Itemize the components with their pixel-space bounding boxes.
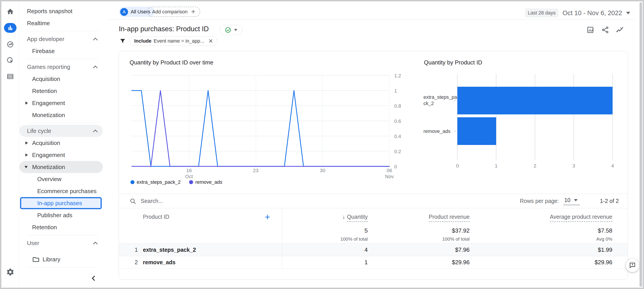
- gear-icon[interactable]: [5, 267, 15, 277]
- close-icon[interactable]: ✕: [208, 38, 213, 44]
- column-header-quantity[interactable]: ↓Quantity: [282, 214, 373, 220]
- report-status-button[interactable]: [220, 25, 242, 35]
- sidebar-item-engagement[interactable]: Engagement: [20, 97, 103, 109]
- table-rows-icon[interactable]: [4, 72, 16, 82]
- customize-report-icon[interactable]: [586, 26, 595, 34]
- sidebar-item-library[interactable]: Library: [20, 253, 103, 265]
- cell-rank: 1: [130, 247, 143, 253]
- date-range-selector[interactable]: Last 28 days Oct 10 - Nov 6, 2022: [525, 8, 630, 18]
- sidebar-item-in-app-purchases[interactable]: In-app purchases: [20, 197, 102, 209]
- check-circle-icon: [225, 27, 231, 33]
- y-axis-label: 0.2: [394, 149, 401, 154]
- x-axis-label: 0: [456, 163, 459, 168]
- feedback-icon: [629, 262, 636, 269]
- reports-icon[interactable]: [4, 23, 16, 33]
- sidebar-item-label: Publisher ads: [37, 212, 72, 219]
- nav-divider: [27, 235, 98, 235]
- nav-section-app-developer[interactable]: App developer: [20, 33, 103, 45]
- nav-section-user[interactable]: User: [20, 237, 103, 249]
- sidebar-item-label: Firebase: [32, 48, 55, 55]
- sidebar-item-reports-snapshot[interactable]: Reports snapshot: [20, 5, 103, 17]
- nav-section-label: Games reporting: [27, 64, 70, 70]
- table-totals-row: 5 100% of total $37.92 100% of total $7.…: [119, 226, 628, 243]
- filter-icon: [119, 38, 126, 44]
- table-body: 1extra_steps_pack_24$7.96$1.992remove_ad…: [119, 243, 628, 269]
- sidebar-item-retention[interactable]: Retention: [20, 221, 103, 233]
- column-header-average-product-revenue[interactable]: Average product revenue: [475, 214, 618, 220]
- collapse-sidebar-button[interactable]: [89, 274, 98, 283]
- category-label: ck_2: [424, 100, 434, 106]
- sidebar-item-acquisition[interactable]: Acquisition: [20, 137, 103, 149]
- add-column-icon[interactable]: +: [265, 212, 270, 222]
- chevron-down-icon: [574, 199, 578, 201]
- y-axis-label: 0.8: [394, 103, 401, 109]
- plus-icon: +: [191, 8, 195, 15]
- sidebar-item-label: Realtime: [27, 20, 50, 27]
- share-icon[interactable]: [601, 26, 610, 34]
- y-axis-label: 0.4: [394, 134, 401, 139]
- category-label: extra_steps_pa: [424, 94, 457, 100]
- table-row: 1extra_steps_pack_24$7.96$1.99: [119, 243, 628, 256]
- insights-icon[interactable]: [616, 26, 624, 34]
- totals-average-product-revenue-note: Avg 0%: [475, 236, 612, 242]
- sidebar-item-label: Acquisition: [32, 140, 60, 146]
- cell-rank: 2: [130, 259, 143, 266]
- sidebar-item-realtime[interactable]: Realtime: [20, 17, 103, 29]
- legend-dot-icon: [130, 180, 134, 184]
- vertical-scrollbar[interactable]: [640, 2, 642, 287]
- report-card: Quantity by Product ID over time 00.20.4…: [119, 51, 628, 280]
- filter-chip[interactable]: Include Event name = in_app... ✕: [129, 36, 218, 46]
- add-comparison-chip[interactable]: Add comparison +: [147, 7, 200, 17]
- nav-section-label: Life cycle: [27, 128, 51, 134]
- cell-average-product-revenue: $1.99: [475, 246, 618, 253]
- sidebar-item-overview[interactable]: Overview: [20, 173, 103, 185]
- chevron-up-icon: [93, 38, 98, 42]
- category-label: remove_ads: [424, 128, 450, 134]
- table-header-row: Product ID + ↓Quantity Product revenue A…: [119, 208, 628, 226]
- nav-section-life-cycle[interactable]: Life cycle: [20, 125, 103, 137]
- sidebar-item-publisher-ads[interactable]: Publisher ads: [20, 209, 103, 221]
- date-range-text: Oct 10 - Nov 6, 2022: [562, 9, 622, 17]
- cell-quantity: 4: [282, 246, 373, 253]
- sidebar-item-label: Retention: [32, 88, 57, 94]
- totals-average-product-revenue: $7.58: [475, 227, 612, 234]
- chevron-down-icon: [626, 12, 630, 14]
- expanded-arrow-icon: [24, 166, 28, 168]
- x-axis-sublabel: Oct: [185, 174, 193, 178]
- sidebar-item-acquisition[interactable]: Acquisition: [20, 73, 103, 85]
- explore-icon[interactable]: [4, 40, 16, 49]
- x-axis-label: 23: [253, 168, 258, 173]
- line-series-remove_ads: [132, 90, 389, 166]
- sidebar-item-retention[interactable]: Retention: [20, 85, 103, 97]
- column-header-product-id[interactable]: Product ID: [143, 214, 169, 220]
- x-axis-label: 06: [387, 168, 392, 173]
- sidebar-item-engagement[interactable]: Engagement: [20, 149, 103, 161]
- feedback-button[interactable]: [626, 259, 639, 272]
- nav-section-games-reporting[interactable]: Games reporting: [20, 61, 103, 73]
- advertising-icon[interactable]: [4, 56, 16, 65]
- x-axis-label: 2: [534, 163, 536, 168]
- search-input[interactable]: [140, 198, 297, 204]
- sidebar-item-monetization[interactable]: Monetization: [20, 161, 103, 173]
- legend-label: extra_steps_pack_2: [137, 179, 180, 185]
- sidebar-item-label: Ecommerce purchases: [37, 188, 96, 195]
- line-chart-title: Quantity by Product ID over time: [130, 59, 214, 66]
- sidebar-item-firebase[interactable]: Firebase: [20, 45, 103, 57]
- totals-product-revenue-note: 100% of total: [373, 236, 470, 242]
- sidebar-item-label: Engagement: [32, 152, 65, 158]
- sidebar-item-ecommerce-purchases[interactable]: Ecommerce purchases: [20, 185, 103, 197]
- pagination-status: 1-2 of 2: [600, 198, 619, 204]
- column-header-product-revenue[interactable]: Product revenue: [373, 214, 475, 220]
- home-icon[interactable]: [4, 7, 16, 16]
- table-search-row: Rows per page: 10 1-2 of 2: [119, 194, 628, 208]
- collapsed-arrow-icon: [26, 102, 28, 104]
- x-axis-label: 3: [572, 163, 575, 168]
- chevron-down-icon: [234, 29, 237, 31]
- rows-per-page-select[interactable]: 10: [563, 197, 580, 205]
- pagination-controls: Rows per page: 10 1-2 of 2: [520, 197, 619, 205]
- table-column-divider: [282, 208, 282, 269]
- sort-desc-icon: ↓: [342, 214, 345, 220]
- nav-divider: [27, 59, 98, 59]
- sidebar-item-monetization[interactable]: Monetization: [20, 109, 103, 121]
- x-axis-label: 1: [495, 163, 498, 168]
